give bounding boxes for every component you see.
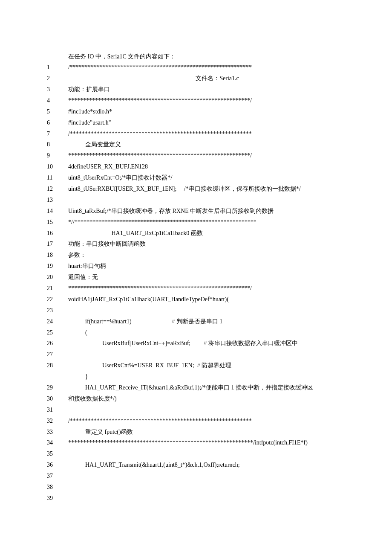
line-content: 重定义 fputc()函数	[68, 427, 366, 438]
line-content: 返回值：无	[68, 272, 366, 283]
line-number: 15	[47, 217, 68, 228]
code-line: 11uint8_tUserRxCnt=O;/*串口接收计数器*/	[47, 172, 366, 183]
line-number: 13	[47, 195, 68, 206]
line-number: 22	[47, 294, 68, 305]
code-line: 5#inc1ude*stdio.h*	[47, 106, 366, 117]
code-line: 30和接收数据长度*/)	[47, 393, 366, 404]
line-number: 38	[47, 482, 68, 493]
line-content: 参数：	[68, 250, 366, 261]
line-number: 1	[47, 62, 68, 73]
code-line: 33重定义 fputc()函数	[47, 427, 366, 438]
code-line: 15*//***********************************…	[47, 217, 366, 228]
code-line: 24if(huart==⅛huart1) 〃判断是否是串口 1	[47, 316, 366, 327]
line-content: UserRxBuf[UserRxCnt++]=aRxBuf; 〃将串口接收数据存…	[68, 338, 366, 349]
code-line: 1/**************************************…	[47, 62, 366, 73]
line-content: /***************************************…	[68, 62, 366, 73]
line-content: (	[68, 327, 366, 338]
line-number: 6	[47, 117, 68, 128]
line-number: 28	[47, 360, 68, 371]
line-number: 36	[47, 459, 68, 471]
code-line: 2文件名：Seria1.c	[47, 73, 366, 84]
code-line: 14Uint8_taRxBuf;/*串口接收缓冲器，存放 RXNE 中断发生后串…	[47, 206, 366, 217]
line-number: 39	[47, 493, 68, 504]
code-listing: 1/**************************************…	[47, 62, 366, 504]
line-content: ****************************************…	[68, 150, 366, 161]
line-number: 24	[47, 316, 68, 327]
line-content: #inc1ude*stdio.h*	[68, 106, 366, 117]
line-number: 2	[47, 73, 68, 84]
code-line: 3功能：扩展串口	[47, 84, 366, 95]
line-content: 功能：扩展串口	[68, 84, 366, 95]
line-number: 37	[47, 471, 68, 482]
code-line: 21**************************************…	[47, 283, 366, 294]
line-number: 5	[47, 106, 68, 117]
line-number: 14	[47, 206, 68, 217]
line-number: 32	[47, 416, 68, 427]
line-number: 31	[47, 404, 68, 416]
document-page: 在任务 IO 中，Seria1C 文件的内容如下： 1/************…	[0, 0, 392, 529]
code-line: 4***************************************…	[47, 95, 366, 106]
code-line: 8全局变量定义	[47, 139, 366, 150]
code-line: 38	[47, 482, 366, 493]
line-content: /***************************************…	[68, 128, 366, 139]
code-line: 37	[47, 471, 366, 482]
line-number: 11	[47, 172, 68, 183]
code-line: 12uint8_tUSerRXBUf[USER_RX_BUF_1EN]; /*串…	[47, 183, 366, 195]
line-content: 和接收数据长度*/)	[68, 393, 366, 404]
line-content: HA1_UART_RxCp1tCa1Iback0 函数	[68, 228, 366, 239]
code-line: 19huart:串口句柄	[47, 261, 366, 272]
line-number: 33	[47, 427, 68, 438]
code-line: 6#inc1ude"usart.h"	[47, 117, 366, 128]
line-content: /***************************************…	[68, 416, 366, 427]
line-number: 17	[47, 238, 68, 250]
line-number: 9	[47, 150, 68, 161]
code-line: 16 HA1_UART_RxCp1tCa1Iback0 函数	[47, 228, 366, 239]
line-number: 3	[47, 84, 68, 95]
code-line: 17功能：串口接收中断回调函数	[47, 238, 366, 250]
line-content: uint8_tUserRxCnt=O;/*串口接收计数器*/	[68, 172, 366, 183]
line-content: }	[68, 371, 366, 382]
line-content: 4defineUSER_RX_BUFJ,EN128	[68, 161, 366, 172]
line-content: 功能：串口接收中断回调函数	[68, 238, 366, 250]
line-content: 全局变量定义	[68, 139, 366, 150]
line-content: if(huart==⅛huart1) 〃判断是否是串口 1	[68, 316, 366, 327]
line-number: 30	[47, 393, 68, 404]
line-content: ****************************************…	[68, 95, 366, 106]
line-content: voidHA1jJART_RxCp1tCa1Iback(UART_HandIeT…	[68, 294, 366, 305]
code-line: 13	[47, 195, 366, 206]
line-number: 10	[47, 161, 68, 172]
code-line: }	[47, 371, 366, 382]
line-number: 21	[47, 283, 68, 294]
line-content: ****************************************…	[68, 283, 366, 294]
line-number: 16	[47, 228, 68, 239]
code-line: 20返回值：无	[47, 272, 366, 283]
code-line: 26UserRxBuf[UserRxCnt++]=aRxBuf; 〃将串口接收数…	[47, 338, 366, 349]
line-number: 8	[47, 139, 68, 150]
code-line: 28UserRxCnt%=USER_RX_BUF_1EN; 〃防超界处理	[47, 360, 366, 371]
line-number: 26	[47, 338, 68, 349]
line-number: 25	[47, 327, 68, 338]
line-number: 34	[47, 437, 68, 448]
code-line: 32/*************************************…	[47, 416, 366, 427]
intro-text: 在任务 IO 中，Seria1C 文件的内容如下：	[47, 51, 366, 62]
code-line: 22voidHA1jJART_RxCp1tCa1Iback(UART_HandI…	[47, 294, 366, 305]
line-content: Uint8_taRxBuf;/*串口接收缓冲器，存放 RXNE 中断发生后串口所…	[68, 206, 366, 217]
line-content: UserRxCnt%=USER_RX_BUF_1EN; 〃防超界处理	[68, 360, 366, 371]
line-content: *//*************************************…	[68, 217, 366, 228]
code-line: 31	[47, 404, 366, 416]
line-number: 19	[47, 261, 68, 272]
line-number: 20	[47, 272, 68, 283]
code-line: 9***************************************…	[47, 150, 366, 161]
code-line: 35	[47, 448, 366, 459]
code-line: 27	[47, 349, 366, 360]
line-content: ****************************************…	[68, 437, 366, 448]
line-content: #inc1ude"usart.h"	[68, 117, 366, 128]
code-line: 104defineUSER_RX_BUFJ,EN128	[47, 161, 366, 172]
line-content: huart:串口句柄	[68, 261, 366, 272]
line-number: 12	[47, 183, 68, 195]
code-line: 18参数：	[47, 250, 366, 261]
line-number: 23	[47, 305, 68, 316]
code-line: 7/**************************************…	[47, 128, 366, 139]
code-line: 36HA1_UART_Transmit(&huart1,(uint8_t*)&c…	[47, 459, 366, 471]
line-number: 27	[47, 349, 68, 360]
